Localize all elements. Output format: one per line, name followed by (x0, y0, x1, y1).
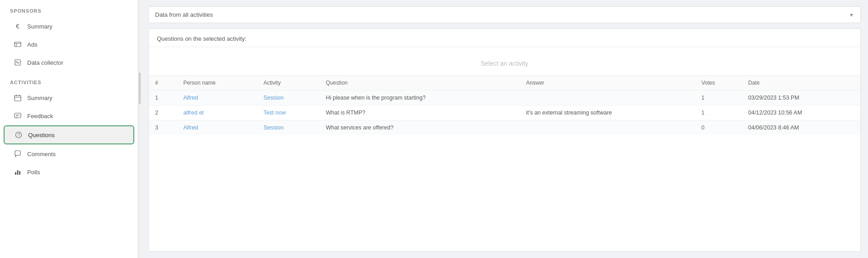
cell-votes: 0 (695, 120, 742, 135)
table-header-section: Questions on the selected activity: (149, 29, 860, 47)
cell-answer (520, 120, 695, 135)
questions-table-container: Questions on the selected activity: Sele… (148, 29, 861, 252)
svg-rect-4 (15, 96, 21, 101)
table-row: 1AlfredSessionHi please when is the prog… (149, 91, 860, 105)
table-row: 3AlfredSessionWhat services are offered?… (149, 120, 860, 135)
svg-text:?: ? (18, 133, 20, 138)
cell-person[interactable]: Alfred (177, 91, 257, 105)
cell-answer: it's an external streaming software (520, 105, 695, 120)
cell-num: 3 (149, 120, 177, 135)
sidebar-item-sponsors-summary[interactable]: € Summary (4, 18, 134, 35)
cell-activity[interactable]: Session (257, 120, 320, 135)
sidebar: SPONSORS € Summary Ads Data c (0, 0, 138, 258)
sidebar-item-label: Feedback (27, 113, 53, 119)
cell-question: What services are offered? (319, 120, 520, 135)
cell-date: 04/12/2023 10:56 AM (742, 105, 860, 120)
sidebar-scrollbar[interactable] (138, 0, 141, 258)
sidebar-item-label: Ads (27, 41, 37, 48)
cell-activity[interactable]: Test now (257, 105, 320, 120)
svg-rect-14 (17, 170, 19, 175)
cell-date: 04/06/2023 8:46 AM (742, 120, 860, 135)
col-answer: Answer (520, 76, 695, 91)
svg-rect-13 (15, 172, 16, 175)
table-row: 2alfred etTest nowWhat is RTMP?it's an e… (149, 105, 860, 120)
col-date: Date (742, 76, 860, 91)
svg-rect-8 (15, 113, 21, 118)
sidebar-item-data-collector[interactable]: Data collector (4, 54, 134, 71)
select-activity-placeholder: Select an activity (149, 47, 860, 75)
table-header: # Person name Activity Question Answer V… (149, 76, 860, 91)
svg-rect-0 (15, 42, 21, 47)
cell-votes: 1 (695, 91, 742, 105)
questions-icon: ? (15, 131, 23, 139)
cell-answer (520, 91, 695, 105)
activity-dropdown[interactable]: Data from all activities ▼ (148, 6, 861, 23)
cell-person[interactable]: Alfred (177, 120, 257, 135)
svg-rect-15 (19, 171, 20, 175)
col-num: # (149, 76, 177, 91)
sidebar-item-questions[interactable]: ? Questions (4, 125, 134, 144)
cell-num: 1 (149, 91, 177, 105)
cell-activity[interactable]: Session (257, 91, 320, 105)
sidebar-item-label: Comments (27, 151, 56, 158)
sidebar-item-polls[interactable]: Polls (4, 163, 134, 181)
cell-num: 2 (149, 105, 177, 120)
chevron-down-icon: ▼ (849, 12, 854, 18)
col-question: Question (319, 76, 520, 91)
cell-question: What is RTMP? (319, 105, 520, 120)
col-person-name: Person name (177, 76, 257, 91)
col-activity: Activity (257, 76, 320, 91)
sidebar-item-label: Summary (27, 95, 53, 101)
data-collector-icon (14, 58, 22, 67)
cell-votes: 1 (695, 105, 742, 120)
sidebar-item-label: Data collector (27, 59, 63, 66)
sidebar-item-feedback[interactable]: Feedback (4, 107, 134, 124)
euro-icon: € (14, 22, 22, 30)
scroll-thumb[interactable] (139, 72, 141, 104)
sidebar-item-activities-summary[interactable]: Summary (4, 89, 134, 106)
sidebar-item-label: Questions (28, 132, 55, 139)
polls-icon (14, 168, 22, 176)
sidebar-item-comments[interactable]: Comments (4, 145, 134, 162)
sidebar-item-label: Summary (27, 23, 53, 30)
activities-section-title: ACTIVITIES (0, 72, 138, 89)
cell-question: Hi please when is the program starting? (319, 91, 520, 105)
table-body: 1AlfredSessionHi please when is the prog… (149, 91, 860, 135)
cell-person[interactable]: alfred et (177, 105, 257, 120)
section-title: Questions on the selected activity: (157, 35, 246, 42)
feedback-icon (14, 112, 22, 120)
dropdown-text: Data from all activities (155, 11, 213, 18)
main-content: Data from all activities ▼ Questions on … (141, 0, 868, 258)
ads-icon (14, 40, 22, 48)
cell-date: 03/29/2023 1:53 PM (742, 91, 860, 105)
sponsors-section-title: SPONSORS (0, 0, 138, 17)
col-votes: Votes (695, 76, 742, 91)
calendar-icon (14, 94, 22, 102)
sidebar-item-label: Polls (27, 169, 40, 176)
questions-table: # Person name Activity Question Answer V… (149, 75, 860, 135)
sidebar-item-ads[interactable]: Ads (4, 36, 134, 53)
comments-icon (14, 150, 22, 158)
